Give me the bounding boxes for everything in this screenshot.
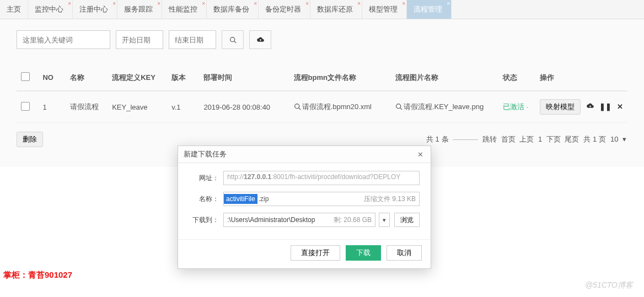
start-date-input[interactable] [116,30,163,49]
col-op: 操作 [535,64,627,91]
tab-label: 模型管理 [369,5,398,13]
tab-close-icon[interactable]: × [254,1,257,7]
col-version: 版本 [167,64,199,91]
svg-point-0 [230,37,234,41]
process-table: NO 名称 流程定义KEY 版本 部署时间 流程bpmn文件名称 流程图片名称 … [17,64,627,123]
svg-point-2 [294,104,299,109]
map-model-button[interactable]: 映射模型 [540,99,581,115]
tab-close-icon[interactable]: × [357,1,361,7]
col-image: 流程图片名称 [391,64,498,91]
pager: 共1条 跳转 首页 上页 1 下页 尾页 共1页 10 ▾ [425,134,627,144]
cell-name: 请假流程 [66,91,108,123]
tab-bar: 主页监控中心×注册中心×服务跟踪×性能监控×数据库备份×备份定时器×数据库还原×… [0,0,644,19]
search-icon [229,36,237,44]
pager-jump[interactable]: 跳转 [482,135,497,143]
tab-label: 性能监控 [169,5,197,13]
col-status: 状态 [498,64,535,91]
dialog-title: 新建下载任务 [184,149,227,159]
pager-first[interactable]: 首页 [501,135,516,143]
svg-line-1 [234,41,235,42]
tab-close-icon[interactable]: × [402,1,405,7]
cell-image-link[interactable]: 请假流程.KEY_leave.png [391,91,498,123]
chevron-down-icon: ▾ [620,135,626,143]
close-icon[interactable]: ✕ [415,150,425,159]
tab-3[interactable]: 服务跟踪× [117,0,162,19]
cell-no: 1 [38,91,65,123]
page-jump-input[interactable] [453,139,478,140]
tab-9[interactable]: 流程管理× [407,0,452,19]
tab-label: 注册中心 [79,5,108,13]
cell-version: v.1 [167,91,199,123]
pager-next[interactable]: 下页 [546,135,561,143]
delete-icon[interactable]: ✕ [617,102,623,111]
keyword-input[interactable] [17,30,110,49]
tab-label: 主页 [7,5,21,13]
pager-prev[interactable]: 上页 [519,135,534,143]
delete-button[interactable]: 删除 [17,132,43,147]
col-deploy-time: 部署时间 [199,64,289,91]
svg-line-3 [299,108,300,110]
cell-deploy-time: 2019-06-28 00:08:40 [199,91,289,123]
tab-4[interactable]: 性能监控× [162,0,207,19]
page-content: NO 名称 流程定义KEY 版本 部署时间 流程bpmn文件名称 流程图片名称 … [0,19,644,167]
tab-label: 数据库还原 [317,5,353,13]
tab-close-icon[interactable]: × [202,1,205,7]
pager-last[interactable]: 尾页 [565,135,579,143]
tab-1[interactable]: 监控中心× [28,0,73,19]
tab-7[interactable]: 数据库还原× [310,0,362,19]
tab-label: 监控中心 [35,5,63,13]
cloud-upload-icon [256,37,265,43]
tab-close-icon[interactable]: × [157,1,160,7]
cell-bpmn-link[interactable]: 请假流程.bpmn20.xml [289,91,391,123]
search-icon [294,103,301,110]
table-row: 1 请假流程 KEY_leave v.1 2019-06-28 00:08:40… [17,91,627,123]
select-all-checkbox[interactable] [21,72,30,81]
tab-close-icon[interactable]: × [112,1,116,7]
tab-label: 数据库备份 [213,5,249,13]
search-icon [395,103,402,110]
svg-point-4 [396,104,401,109]
tab-close-icon[interactable]: × [68,1,71,7]
page-size-select[interactable]: 10 [610,135,618,143]
tab-label: 服务跟踪 [124,5,153,13]
col-name: 名称 [66,64,108,91]
tab-6[interactable]: 备份定时器× [259,0,310,19]
cell-defkey: KEY_leave [108,91,167,123]
tab-label: 备份定时器 [265,5,301,13]
pause-icon[interactable]: ❚❚ [599,102,611,111]
end-date-input[interactable] [169,30,216,49]
pager-current: 1 [538,135,542,143]
tab-8[interactable]: 模型管理× [362,0,407,19]
search-button[interactable] [222,30,244,49]
col-bpmn: 流程bpmn文件名称 [289,64,391,91]
svg-line-5 [400,108,402,110]
col-defkey: 流程定义KEY [108,64,167,91]
status-badge: 已激活 [503,102,524,111]
tab-close-icon[interactable]: × [305,1,309,7]
tab-close-icon[interactable]: × [447,1,450,7]
download-dialog: 新建下载任务 ✕ 网址： http://127.0.0.1:8001/fh-ac… [178,145,431,167]
upload-button[interactable] [249,30,271,49]
search-toolbar [17,30,627,49]
col-no: NO [38,64,65,91]
tab-2[interactable]: 注册中心× [73,0,117,19]
tab-5[interactable]: 数据库备份× [207,0,259,19]
tab-label: 流程管理 [414,5,442,13]
row-checkbox[interactable] [21,102,30,111]
tab-0[interactable]: 主页 [0,0,28,19]
download-icon[interactable] [586,102,594,111]
